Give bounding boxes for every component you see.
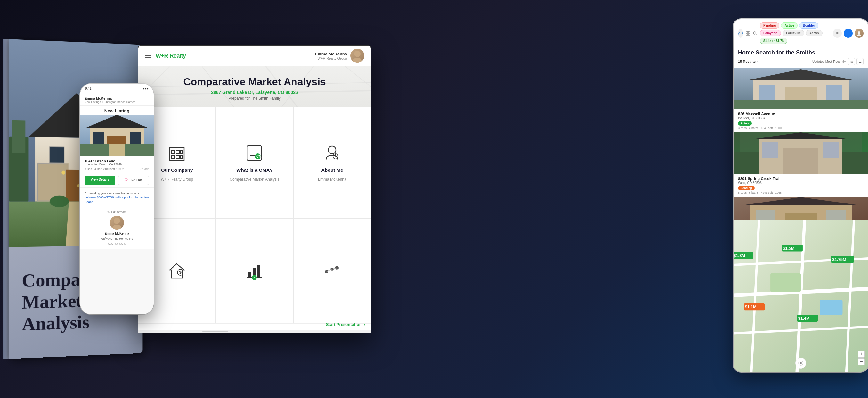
grid-cell-dots[interactable] (293, 219, 371, 324)
svg-rect-99 (826, 210, 845, 220)
filter-chip-louisville[interactable]: Louisville (782, 30, 804, 36)
svg-point-29 (113, 225, 121, 230)
listing-image-1 (734, 67, 868, 109)
filter-chip-lafayette[interactable]: Lafayette (760, 30, 781, 36)
dots-icon (322, 261, 342, 280)
laptop-hero: Comparative Market Analysis 2867 Grand L… (138, 66, 371, 107)
phone-message-text: I'm sending you every new home listings (85, 191, 139, 195)
svg-point-31 (353, 58, 362, 63)
grid-cell-cma-subtitle: Comparative Market Analysis (229, 177, 279, 182)
building-icon (167, 144, 187, 163)
listing-card-2[interactable]: 8801 Spring Creek Trail Weld, CO 80503 $… (734, 132, 868, 197)
agent-name-top: Emma McKenna W+R Realty Group (315, 52, 347, 60)
svg-rect-44 (180, 151, 183, 154)
phone-time: 9:41 (85, 87, 91, 90)
tablet-listings: 826 Maxwell Avenue Boulder, CO 80304 $1,… (734, 67, 868, 220)
agent-name-small: Emma McKenna (104, 232, 129, 235)
phone-message: I'm sending you every new home listings … (80, 188, 154, 207)
svg-marker-56 (170, 264, 184, 278)
view-toggle: ⊞ ☰ (848, 58, 864, 65)
hamburger-line-1 (145, 54, 151, 54)
listing-city-1: Boulder, CO 80304 (738, 116, 775, 120)
svg-rect-83 (826, 85, 842, 101)
svg-point-30 (354, 51, 361, 57)
svg-point-55 (335, 154, 336, 155)
laptop-scrollbar[interactable] (138, 330, 371, 333)
main-container: Comparative Market Analysis 9:41 ●●● Emm… (0, 0, 868, 398)
grid-view-btn[interactable]: ⊞ (848, 58, 855, 65)
svg-rect-72 (746, 34, 748, 35)
svg-rect-70 (746, 31, 748, 33)
svg-rect-71 (748, 31, 750, 33)
zoom-in-button[interactable]: + (858, 350, 865, 358)
listing-house-background (80, 115, 154, 157)
listing-info-2: 8801 Spring Creek Trail Weld, CO 80503 $… (734, 174, 868, 197)
agent-avatar-top (350, 49, 364, 63)
listing-image-2 (734, 132, 868, 174)
grid-cell-about-title: About Me (321, 167, 343, 173)
cloud-icon[interactable] (738, 29, 743, 38)
hamburger-button[interactable] (145, 54, 151, 58)
phone-sender-subtitle: New Listings: Huntington Beach Homes (85, 100, 149, 104)
filter-chip-boulder[interactable]: Boulder (799, 23, 818, 29)
svg-rect-40 (171, 151, 175, 154)
grid-cell-about-subtitle: Emma McKenna (318, 177, 346, 182)
listing-badge-1: Active (738, 121, 752, 125)
phone-frame: 9:41 ●●● Emma McKenna New Listings: Hunt… (80, 84, 154, 314)
cma-address: 2867 Grand Lake Dr, Lafayette, CO 80026 (151, 90, 358, 95)
user-avatar-icon[interactable] (855, 29, 864, 38)
cma-prepared: Prepared for The Smith Family (151, 96, 358, 101)
listing-time: 3h ago (140, 167, 149, 170)
phone-agent-footer: ✎ Edit Stream Emma McKenna RE/MAX Fine H… (80, 207, 154, 249)
phone-message-link[interactable]: between $600k-$700k with a pool in Hunti… (85, 196, 149, 203)
filter-chip-pending[interactable]: Pending (760, 23, 779, 29)
grid-icon[interactable] (746, 31, 750, 35)
filter-chip-price[interactable]: $1.4k+ · $1.7k (760, 38, 787, 44)
grid-cell-cma[interactable]: CMA What is a CMA? Comparative Market An… (216, 107, 293, 218)
zoom-out-button[interactable]: − (858, 358, 865, 365)
tablet-frame: Pending Active Boulder Lafayette Louisvi… (734, 19, 868, 372)
grid-cell-bar-chart[interactable]: ✓ (216, 219, 293, 324)
phone-header: Emma McKenna New Listings: Huntington Be… (80, 93, 154, 106)
svg-rect-27 (109, 144, 125, 157)
svg-rect-41 (176, 151, 179, 154)
grid-cell-about[interactable]: About Me Emma McKenna (293, 107, 371, 218)
bar-chart-icon: ✓ (245, 261, 264, 280)
tablet-map[interactable]: $1.3M $1.5M $1.75M $1.1M $1.4M + (734, 220, 868, 372)
list-icon[interactable]: ≡ (833, 29, 842, 38)
listing-address-2: 8801 Spring Creek Trail (738, 176, 781, 181)
brand-name: W+R Realty (156, 53, 186, 59)
results-dots: ··· (756, 60, 760, 63)
filter-chip-active[interactable]: Active (781, 23, 798, 29)
svg-rect-92 (823, 142, 839, 158)
svg-rect-59 (248, 272, 251, 278)
grid-cell-company-title: Our Company (161, 167, 193, 173)
scrollbar-thumb (203, 331, 228, 332)
arrow-right-icon: › (364, 322, 365, 327)
sort-option[interactable]: Updated Most Recently (812, 60, 845, 63)
svg-rect-2 (12, 120, 25, 153)
tablet-icons-row: Pending Active Boulder Lafayette Louisvi… (738, 23, 864, 44)
filter-chip-more[interactable]: Aeevs (806, 30, 822, 36)
edit-stream-text: Edit Stream (111, 210, 126, 214)
grid-cell-company-subtitle: W+R Realty Group (161, 177, 193, 182)
like-button[interactable]: ♡ Like This (118, 176, 149, 185)
list-view-btn[interactable]: ☰ (857, 58, 864, 65)
listing-card-3[interactable]: 1026 Lincoln Place Boulder, CO 80302 $1,… (734, 197, 868, 220)
svg-rect-91 (762, 142, 778, 158)
svg-rect-43 (176, 155, 179, 159)
map-controls: + − (858, 350, 865, 365)
home-button[interactable] (795, 358, 806, 369)
facebook-icon[interactable]: f (844, 29, 852, 38)
search-icon[interactable] (753, 29, 757, 38)
svg-rect-98 (756, 210, 775, 220)
start-presentation-button[interactable]: Start Presentation › (326, 322, 365, 327)
laptop-topbar: W+R Realty Emma McKenna W+R Realty Group (138, 46, 371, 66)
svg-text:$: $ (179, 270, 182, 275)
view-details-button[interactable]: View Details (85, 176, 115, 185)
listing-city-2: Weld, CO 80503 (738, 181, 781, 184)
tablet-results-bar: 15 Results ··· Updated Most Recently ⊞ ☰ (734, 57, 868, 67)
listing-card-1[interactable]: 826 Maxwell Avenue Boulder, CO 80304 $1,… (734, 67, 868, 132)
tablet-search-title: Home Search for the Smiths (734, 46, 868, 57)
svg-point-10 (77, 184, 80, 187)
